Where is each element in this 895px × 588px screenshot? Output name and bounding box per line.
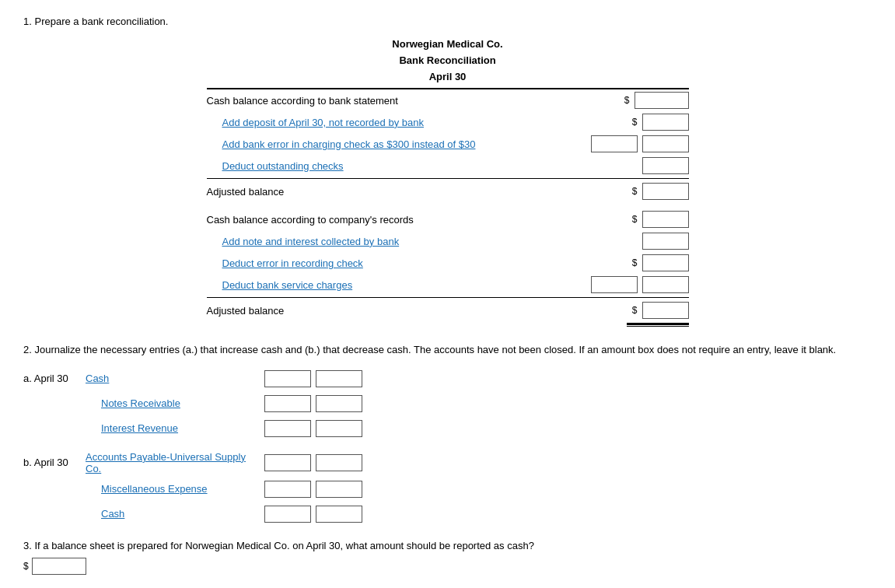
add-bank-error-input2[interactable]: [642, 135, 689, 152]
journal-a-cash-credit[interactable]: [316, 370, 362, 387]
journal-b-misc-row: Miscellaneous Expense: [23, 479, 872, 499]
deduct-charges-input2[interactable]: [642, 276, 689, 293]
doc-title: Bank Reconciliation: [23, 53, 872, 69]
question-2-text: 2. Journalize the necessary entries (a.)…: [23, 342, 872, 358]
deduct-charges-row: Deduct bank service charges: [207, 274, 689, 296]
add-bank-error-row: Add bank error in charging check as $300…: [207, 133, 689, 155]
add-deposit-row: Add deposit of April 30, not recorded by…: [207, 111, 689, 133]
cash-balance-bank-row: Cash balance according to bank statement…: [207, 89, 689, 111]
deduct-checks-label[interactable]: Deduct outstanding checks: [207, 160, 642, 172]
cash-balance-company-input-group: $: [632, 211, 689, 228]
deduct-checks-row: Deduct outstanding checks: [207, 155, 689, 177]
adjusted-balance-company-input-group: $: [632, 302, 689, 319]
add-note-input-group: [642, 233, 689, 250]
journal-a-notes-credit[interactable]: [316, 395, 362, 412]
bank-divider: [207, 178, 689, 179]
journal-a-interest-account[interactable]: Interest Revenue: [86, 422, 257, 434]
company-divider: [207, 297, 689, 298]
deduct-error-label[interactable]: Deduct error in recording check: [207, 257, 632, 269]
adjusted-balance-company-row: Adjusted balance $: [207, 299, 689, 321]
cash-balance-bank-input[interactable]: [635, 92, 689, 109]
add-bank-error-label[interactable]: Add bank error in charging check as $300…: [207, 138, 591, 150]
journal-b-cash-credit[interactable]: [316, 506, 362, 523]
add-deposit-input[interactable]: [642, 114, 689, 131]
journal-b-misc-debit[interactable]: [264, 481, 311, 498]
journal-a-interest-debit[interactable]: [264, 420, 311, 437]
deduct-checks-input-group: [642, 157, 689, 174]
deduct-error-row: Deduct error in recording check $: [207, 252, 689, 274]
journal-a-cash-inputs: [264, 370, 362, 387]
journal-a-cash-account[interactable]: Cash: [86, 373, 257, 384]
company-name: Norwegian Medical Co.: [23, 37, 872, 53]
doc-date: April 30: [23, 69, 872, 86]
cash-balance-company-row: Cash balance according to company's reco…: [207, 208, 689, 230]
cash-balance-company-label: Cash balance according to company's reco…: [207, 214, 632, 226]
deduct-error-input1[interactable]: [642, 254, 689, 271]
question-3-section: 3. If a balance sheet is prepared for No…: [23, 540, 872, 575]
journal-b-cash-debit[interactable]: [264, 506, 311, 523]
journal-a-interest-credit[interactable]: [316, 420, 362, 437]
journal-b-ap-credit[interactable]: [316, 454, 362, 471]
journal-a-notes-account[interactable]: Notes Receivable: [86, 397, 257, 409]
journal-b-ap-row: b. April 30 Accounts Payable-Universal S…: [23, 451, 872, 474]
journal-a-date: a. April 30: [23, 373, 86, 384]
journal-a-notes-debit[interactable]: [264, 395, 311, 412]
journal-b-cash-inputs: [264, 506, 362, 523]
question-3-answer-input[interactable]: [32, 558, 86, 575]
journal-a-interest-inputs: [264, 420, 362, 437]
journal-entry-a: a. April 30 Cash Notes Receivable: [23, 369, 872, 439]
journal-b-misc-account[interactable]: Miscellaneous Expense: [86, 483, 257, 495]
double-underline: [627, 323, 689, 327]
add-bank-error-input-group: [591, 135, 689, 152]
add-note-row: Add note and interest collected by bank: [207, 230, 689, 252]
adjusted-balance-bank-label: Adjusted balance: [207, 186, 632, 198]
cash-balance-bank-input-group: $: [624, 92, 689, 109]
journal-b-ap-debit[interactable]: [264, 454, 311, 471]
adjusted-balance-bank-input-group: $: [632, 183, 689, 200]
journal-b-date: b. April 30: [23, 457, 86, 468]
deduct-checks-input[interactable]: [642, 157, 689, 174]
bank-reconciliation-table: Cash balance according to bank statement…: [207, 88, 689, 327]
journal-a-interest-row: Interest Revenue: [23, 418, 872, 439]
question-2-section: 2. Journalize the necessary entries (a.)…: [23, 342, 872, 524]
adjusted-balance-company-input[interactable]: [642, 302, 689, 319]
adjusted-balance-company-label: Adjusted balance: [207, 305, 632, 317]
add-note-input[interactable]: [642, 233, 689, 250]
deduct-error-input-group: $: [632, 254, 689, 271]
deduct-charges-label[interactable]: Deduct bank service charges: [207, 279, 591, 291]
adjusted-balance-bank-input[interactable]: [642, 183, 689, 200]
question-3-input-group: $: [23, 558, 872, 575]
journal-a-notes-inputs: [264, 395, 362, 412]
journal-entry-b: b. April 30 Accounts Payable-Universal S…: [23, 451, 872, 524]
add-deposit-label[interactable]: Add deposit of April 30, not recorded by…: [207, 117, 632, 128]
question-3-text: 3. If a balance sheet is prepared for No…: [23, 540, 872, 551]
journal-b-misc-credit[interactable]: [316, 481, 362, 498]
cash-balance-company-input[interactable]: [642, 211, 689, 228]
journal-a-cash-row: a. April 30 Cash: [23, 369, 872, 389]
journal-b-cash-row: Cash: [23, 504, 872, 524]
journal-a-notes-row: Notes Receivable: [23, 394, 872, 414]
question-1-header: 1. Prepare a bank reconciliation.: [23, 16, 872, 27]
journal-b-cash-account[interactable]: Cash: [86, 508, 257, 520]
add-deposit-input-group: $: [632, 114, 689, 131]
journal-b-ap-account[interactable]: Accounts Payable-Universal Supply Co.: [86, 451, 257, 474]
deduct-charges-input-group: [591, 276, 689, 293]
journal-b-misc-inputs: [264, 481, 362, 498]
company-header: Norwegian Medical Co. Bank Reconciliatio…: [23, 37, 872, 85]
add-bank-error-input1[interactable]: [591, 135, 638, 152]
journal-b-ap-inputs: [264, 454, 362, 471]
add-note-label[interactable]: Add note and interest collected by bank: [207, 236, 642, 247]
deduct-charges-input1[interactable]: [591, 276, 638, 293]
journal-a-cash-debit[interactable]: [264, 370, 311, 387]
adjusted-balance-bank-row: Adjusted balance $: [207, 180, 689, 202]
cash-balance-bank-label: Cash balance according to bank statement: [207, 95, 624, 107]
